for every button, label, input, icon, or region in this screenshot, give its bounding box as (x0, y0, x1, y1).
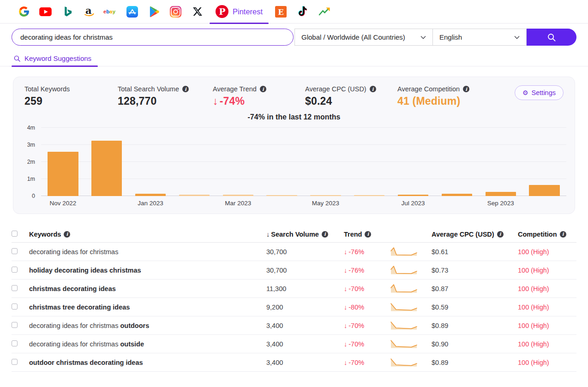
nav-google-play[interactable] (143, 0, 165, 23)
instagram-icon (170, 6, 181, 18)
settings-button-label: Settings (532, 89, 556, 96)
nav-pinterest-tab[interactable]: PPinterest (208, 0, 270, 23)
country-select[interactable]: Global / Worldwide (All Countries) (294, 29, 433, 46)
table-row: holiday decorating ideas christmas30,700… (12, 261, 576, 280)
sort-desc-icon: ↓ (266, 231, 270, 238)
search-input[interactable] (12, 29, 294, 46)
nav-ebay[interactable]: ebay (100, 0, 121, 23)
info-icon[interactable]: i (463, 86, 469, 92)
stat-label: Total Search Volume (118, 85, 179, 93)
language-select[interactable]: English (433, 29, 527, 46)
nav-bing[interactable] (56, 0, 78, 23)
y-axis-tick: 1m (27, 176, 35, 182)
chart-bar-sep-2023[interactable] (486, 192, 516, 196)
keyword-cell[interactable]: christmas decorating ideas (29, 285, 266, 292)
trend-down-icon: ↓ (344, 267, 347, 274)
cpc-cell: $0.87 (432, 285, 518, 292)
info-icon[interactable]: i (260, 86, 266, 92)
keyword-cell[interactable]: outdoor christmas decorating ideas (29, 359, 266, 366)
stat-total-search-volume: Total Search Volumei 128,770 (118, 85, 213, 107)
search-icon (547, 33, 556, 42)
ebay-icon: ebay (103, 8, 118, 15)
row-checkbox[interactable] (12, 359, 18, 365)
trend-down-icon: ↓ (344, 285, 347, 292)
google-play-icon (149, 6, 159, 18)
column-header-competition[interactable]: Competition i (518, 231, 576, 238)
x-axis-tick: Jul 2023 (402, 200, 425, 207)
search-volume-cell: 3,400 (266, 359, 344, 366)
keyword-cell[interactable]: christmas tree decorating ideas (29, 304, 266, 311)
keyword-cell[interactable]: decorating ideas for christmas outside (29, 340, 266, 348)
column-header-keywords[interactable]: Keywords i (29, 231, 266, 238)
chart-bar-oct-2023[interactable] (529, 185, 559, 196)
stats-row: Total Keywords 259 Total Search Volumei … (20, 85, 568, 107)
cpc-cell: $0.73 (432, 267, 518, 274)
search-volume-cell: 3,400 (266, 340, 344, 348)
nav-x[interactable] (186, 0, 208, 23)
etsy-icon: E (275, 6, 287, 18)
keyword-cell[interactable]: holiday decorating ideas christmas (29, 267, 266, 274)
column-header-trend[interactable]: Trend i (344, 231, 390, 238)
nav-trends[interactable] (313, 0, 335, 23)
svg-text:ebay: ebay (103, 9, 116, 14)
info-icon[interactable]: i (365, 231, 371, 238)
nav-instagram[interactable] (165, 0, 186, 23)
column-header-cpc[interactable]: Average CPC (USD) i (432, 231, 518, 238)
info-icon[interactable]: i (497, 231, 504, 238)
y-axis-tick: 3m (27, 142, 35, 148)
trend-down-icon: ↓ (344, 322, 347, 329)
keyword-cell[interactable]: decorating ideas for christmas outdoors (29, 322, 266, 329)
x-axis-tick: Jan 2023 (138, 200, 163, 207)
column-header-search-volume[interactable]: ↓ Search Volume i (266, 231, 344, 238)
chart-bar-nov-2022[interactable] (48, 152, 78, 196)
search-volume-cell: 9,200 (266, 304, 344, 311)
chart-bar-dec-2022[interactable] (91, 141, 122, 196)
competition-cell: 100 (High) (518, 248, 576, 256)
x-axis-tick: Nov 2022 (50, 200, 77, 207)
tab-keyword-suggestions-label: Keyword Suggestions (24, 54, 91, 62)
trend-cell: ↓-70% (344, 285, 390, 292)
info-icon[interactable]: i (64, 231, 70, 238)
cpc-cell: $0.90 (432, 340, 518, 348)
info-icon[interactable]: i (370, 86, 376, 92)
row-checkbox[interactable] (12, 304, 18, 310)
table-row: christmas tree decorating ideas9,200↓-80… (12, 298, 576, 316)
trend-down-icon: ↓ (344, 248, 347, 256)
nav-etsy[interactable]: E (270, 0, 292, 23)
cpc-cell: $0.59 (432, 304, 518, 311)
row-checkbox[interactable] (12, 322, 18, 328)
table-row: decorating ideas for christmas outside3,… (12, 335, 576, 353)
nav-youtube[interactable] (35, 0, 56, 23)
trend-down-icon: ↓ (344, 359, 347, 366)
row-checkbox[interactable] (12, 267, 18, 273)
row-checkbox[interactable] (12, 285, 18, 291)
x-axis-tick: Mar 2023 (225, 200, 251, 207)
stat-label: Average Competition (397, 85, 460, 93)
nav-google[interactable] (13, 0, 35, 23)
stat-value: 41 (Medium) (397, 95, 469, 107)
trend-down-icon: ↓ (213, 95, 218, 107)
settings-button[interactable]: ⚙ Settings (515, 85, 564, 100)
nav-tiktok[interactable] (292, 0, 313, 23)
tab-keyword-suggestions[interactable]: Keyword Suggestions (12, 51, 93, 66)
select-all-checkbox[interactable] (12, 231, 18, 237)
info-icon[interactable]: i (322, 231, 328, 238)
info-icon[interactable]: i (182, 86, 189, 92)
trend-cell: ↓-76% (344, 267, 390, 274)
cpc-cell: $0.61 (432, 248, 518, 256)
competition-cell: 100 (High) (518, 304, 576, 311)
platform-nav: aebayPPinterestE (0, 0, 588, 24)
stat-label: Average CPC (USD) (305, 85, 366, 93)
y-axis-tick: 0 (32, 193, 35, 199)
nav-app-store[interactable] (121, 0, 143, 23)
keyword-cell[interactable]: decorating ideas for christmas (29, 248, 266, 256)
stat-label: Total Keywords (24, 85, 70, 93)
row-checkbox[interactable] (12, 340, 18, 346)
stat-value: 259 (24, 95, 118, 107)
table-row: christmas decorating ideas11,300↓-70%$0.… (12, 280, 576, 298)
row-checkbox[interactable] (12, 248, 18, 254)
nav-amazon[interactable]: a (78, 0, 100, 23)
search-button[interactable] (527, 29, 576, 46)
gear-icon: ⚙ (522, 89, 528, 96)
info-icon[interactable]: i (560, 231, 566, 238)
